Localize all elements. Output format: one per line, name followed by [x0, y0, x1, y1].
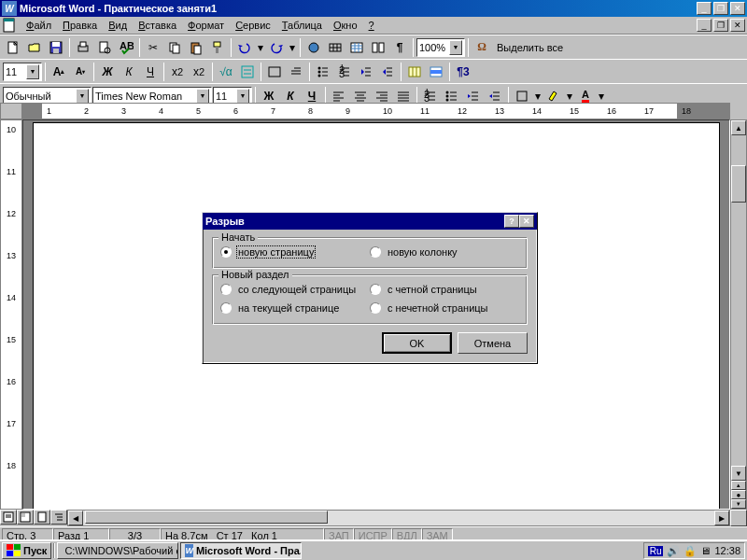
ok-button[interactable]: OK — [382, 332, 452, 354]
toggle-case-icon[interactable]: ¶3 — [453, 62, 473, 82]
horizontal-ruler[interactable]: 123456789101112131415161718 — [22, 103, 730, 119]
outline-view-icon[interactable] — [50, 510, 67, 525]
increase-indent-icon[interactable] — [377, 62, 398, 82]
menu-tools[interactable]: Сервис — [230, 18, 276, 33]
subscript-icon[interactable]: x2 — [189, 62, 209, 82]
redo-icon[interactable] — [266, 37, 287, 58]
format-painter-icon[interactable] — [207, 37, 228, 58]
dialog-close-button[interactable]: ✕ — [519, 215, 534, 228]
menu-window[interactable]: Окно — [328, 18, 363, 33]
paste-icon[interactable] — [186, 37, 206, 58]
numbering-icon[interactable]: 123 — [334, 62, 355, 82]
tables-borders-icon[interactable] — [325, 37, 345, 58]
equation-icon[interactable] — [237, 62, 258, 82]
redo-dropdown-icon[interactable]: ▾ — [288, 37, 297, 58]
tray-volume-icon[interactable]: 🔊 — [667, 545, 680, 557]
chevron-down-icon[interactable]: ▼ — [76, 89, 89, 104]
next-page-icon[interactable]: ▾ — [731, 499, 746, 509]
taskbar-item-explorer[interactable]: C:\WINDOWS\Рабочий с... — [57, 542, 178, 559]
hyperlink-icon[interactable] — [303, 37, 324, 58]
scroll-right-icon[interactable]: ▶ — [714, 511, 729, 525]
open-icon[interactable] — [24, 37, 45, 58]
language-indicator[interactable]: Ru — [648, 546, 664, 556]
underline-u-icon[interactable]: Ч — [140, 62, 161, 82]
menu-view[interactable]: Вид — [103, 18, 133, 33]
close-button[interactable]: ✕ — [730, 2, 745, 15]
scroll-down-icon[interactable]: ▼ — [731, 466, 746, 481]
svg-point-81 — [446, 91, 449, 93]
cut-icon[interactable]: ✂ — [143, 37, 163, 58]
radio-even-page[interactable]: с четной страницы — [370, 283, 519, 296]
first-line-indent-icon[interactable] — [286, 62, 306, 82]
clock[interactable]: 12:38 — [714, 545, 740, 556]
decrease-indent-icon[interactable] — [356, 62, 376, 82]
scroll-left-icon[interactable]: ◀ — [68, 511, 83, 525]
new-doc-icon[interactable] — [3, 37, 23, 58]
frame-icon[interactable] — [264, 62, 285, 82]
copy-icon[interactable] — [164, 37, 185, 58]
minimize-button[interactable]: _ — [697, 2, 712, 15]
omega-icon[interactable]: Ω — [472, 37, 492, 58]
table-autofit-icon[interactable] — [404, 62, 425, 82]
bullets-icon[interactable] — [313, 62, 333, 82]
radio-odd-page[interactable]: с нечетной страницы — [370, 301, 519, 315]
mdi-close-button[interactable]: ✕ — [730, 19, 745, 32]
menu-format[interactable]: Формат — [182, 18, 230, 33]
menu-insert[interactable]: Вставка — [133, 18, 182, 33]
chevron-down-icon[interactable]: ▼ — [236, 89, 249, 104]
spellcheck-icon[interactable]: ABC — [116, 37, 136, 58]
layout-view-icon[interactable] — [17, 510, 34, 525]
normal-view-icon[interactable] — [0, 510, 17, 525]
cancel-button[interactable]: Отмена — [458, 332, 528, 354]
chevron-down-icon[interactable]: ▼ — [26, 64, 39, 79]
radio-odd-page-label: с нечетной страницы — [386, 301, 490, 315]
tray-display-icon[interactable]: 🖥 — [700, 545, 711, 556]
mdi-restore-button[interactable]: ❐ — [713, 19, 728, 32]
hscroll-thumb[interactable] — [85, 511, 328, 524]
page-view-icon[interactable] — [34, 510, 50, 525]
size2-combo[interactable]: 11▼ — [3, 63, 42, 81]
sqrt-icon[interactable]: √α — [216, 62, 236, 82]
scroll-thumb[interactable] — [731, 165, 746, 203]
help-button[interactable]: ? — [504, 215, 519, 228]
save-icon[interactable] — [46, 37, 66, 58]
taskbar-item-word[interactable]: W Microsoft Word - Пра... — [180, 542, 302, 559]
italic-cursive-icon[interactable]: К — [119, 62, 139, 82]
radio-new-page[interactable]: новую страницу — [220, 245, 370, 259]
columns-icon[interactable] — [368, 37, 388, 58]
radio-new-column[interactable]: новую колонку — [370, 245, 519, 259]
menu-table[interactable]: Таблица — [276, 18, 328, 33]
radio-current-page[interactable]: на текущей странице — [220, 301, 370, 315]
menu-help[interactable]: ? — [363, 18, 380, 33]
radio-next-page[interactable]: со следующей страницы — [220, 283, 370, 296]
undo-icon[interactable] — [234, 37, 255, 58]
grow-font-icon[interactable]: A▴ — [49, 62, 69, 82]
insert-rows-icon[interactable] — [426, 62, 446, 82]
horizontal-scrollbar[interactable]: ◀ ▶ — [67, 510, 730, 526]
prev-page-icon[interactable]: ▴ — [731, 481, 746, 490]
print-preview-icon[interactable] — [94, 37, 115, 58]
menu-file[interactable]: Файл — [21, 18, 57, 33]
scroll-up-icon[interactable]: ▲ — [731, 120, 746, 135]
vertical-scrollbar[interactable]: ▲ ▼ ▴ ● ▾ — [730, 119, 747, 510]
vertical-ruler[interactable]: 101112131415161718 — [0, 119, 22, 510]
insert-table-icon[interactable] — [346, 37, 367, 58]
superscript-icon[interactable]: x2 — [167, 62, 188, 82]
word-icon: W — [2, 1, 17, 16]
dialog-title-bar[interactable]: Разрыв ? ✕ — [203, 213, 537, 230]
bold-italic-icon[interactable]: Ж — [97, 62, 118, 82]
start-button[interactable]: Пуск — [2, 542, 51, 559]
menu-edit[interactable]: Правка — [57, 18, 103, 33]
undo-dropdown-icon[interactable]: ▾ — [256, 37, 265, 58]
restore-button[interactable]: ❐ — [713, 2, 728, 15]
browse-object-icon[interactable]: ● — [731, 490, 746, 499]
zoom-combo[interactable]: 100%▼ — [416, 38, 465, 57]
tray-lock-icon[interactable]: 🔒 — [684, 545, 697, 557]
print-icon[interactable] — [73, 37, 93, 58]
chevron-down-icon[interactable]: ▼ — [449, 40, 462, 55]
show-hide-icon[interactable]: ¶ — [389, 37, 410, 58]
mdi-minimize-button[interactable]: _ — [697, 19, 712, 32]
chevron-down-icon[interactable]: ▼ — [196, 89, 209, 104]
select-all-label[interactable]: Выделить все — [493, 42, 567, 53]
shrink-font-icon[interactable]: A▾ — [70, 62, 91, 82]
